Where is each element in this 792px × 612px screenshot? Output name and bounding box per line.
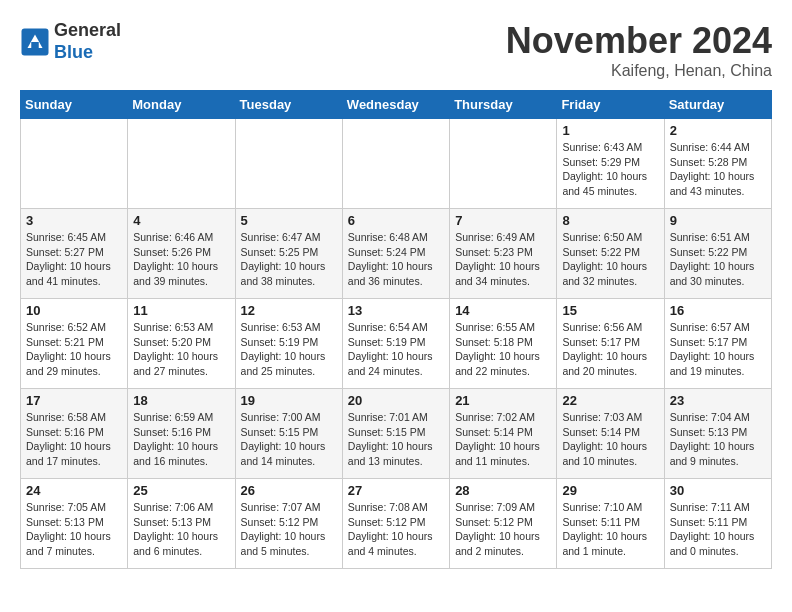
calendar-cell: 7Sunrise: 6:49 AM Sunset: 5:23 PM Daylig… [450, 209, 557, 299]
calendar-cell [235, 119, 342, 209]
calendar-cell [21, 119, 128, 209]
day-info: Sunrise: 6:46 AM Sunset: 5:26 PM Dayligh… [133, 230, 229, 289]
day-info: Sunrise: 6:50 AM Sunset: 5:22 PM Dayligh… [562, 230, 658, 289]
calendar-cell: 22Sunrise: 7:03 AM Sunset: 5:14 PM Dayli… [557, 389, 664, 479]
day-number: 15 [562, 303, 658, 318]
day-info: Sunrise: 6:53 AM Sunset: 5:19 PM Dayligh… [241, 320, 337, 379]
day-number: 21 [455, 393, 551, 408]
day-info: Sunrise: 6:43 AM Sunset: 5:29 PM Dayligh… [562, 140, 658, 199]
day-info: Sunrise: 7:02 AM Sunset: 5:14 PM Dayligh… [455, 410, 551, 469]
day-info: Sunrise: 6:55 AM Sunset: 5:18 PM Dayligh… [455, 320, 551, 379]
weekday-header-tuesday: Tuesday [235, 91, 342, 119]
day-number: 26 [241, 483, 337, 498]
weekday-header-saturday: Saturday [664, 91, 771, 119]
day-info: Sunrise: 6:54 AM Sunset: 5:19 PM Dayligh… [348, 320, 444, 379]
calendar-week-row: 17Sunrise: 6:58 AM Sunset: 5:16 PM Dayli… [21, 389, 772, 479]
calendar-cell: 13Sunrise: 6:54 AM Sunset: 5:19 PM Dayli… [342, 299, 449, 389]
calendar-cell: 28Sunrise: 7:09 AM Sunset: 5:12 PM Dayli… [450, 479, 557, 569]
calendar-cell: 2Sunrise: 6:44 AM Sunset: 5:28 PM Daylig… [664, 119, 771, 209]
weekday-header-friday: Friday [557, 91, 664, 119]
day-number: 19 [241, 393, 337, 408]
logo-icon [20, 27, 50, 57]
day-number: 20 [348, 393, 444, 408]
day-number: 6 [348, 213, 444, 228]
logo-text: General Blue [54, 20, 121, 63]
calendar-cell: 15Sunrise: 6:56 AM Sunset: 5:17 PM Dayli… [557, 299, 664, 389]
day-info: Sunrise: 6:52 AM Sunset: 5:21 PM Dayligh… [26, 320, 122, 379]
weekday-header-thursday: Thursday [450, 91, 557, 119]
day-number: 4 [133, 213, 229, 228]
day-info: Sunrise: 7:03 AM Sunset: 5:14 PM Dayligh… [562, 410, 658, 469]
day-number: 8 [562, 213, 658, 228]
calendar-cell: 18Sunrise: 6:59 AM Sunset: 5:16 PM Dayli… [128, 389, 235, 479]
logo: General Blue [20, 20, 121, 63]
day-number: 3 [26, 213, 122, 228]
day-info: Sunrise: 6:57 AM Sunset: 5:17 PM Dayligh… [670, 320, 766, 379]
calendar-cell: 21Sunrise: 7:02 AM Sunset: 5:14 PM Dayli… [450, 389, 557, 479]
day-info: Sunrise: 7:01 AM Sunset: 5:15 PM Dayligh… [348, 410, 444, 469]
day-number: 13 [348, 303, 444, 318]
weekday-header-row: SundayMondayTuesdayWednesdayThursdayFrid… [21, 91, 772, 119]
page-header: General Blue November 2024 Kaifeng, Hena… [20, 20, 772, 80]
day-info: Sunrise: 7:04 AM Sunset: 5:13 PM Dayligh… [670, 410, 766, 469]
day-number: 29 [562, 483, 658, 498]
day-info: Sunrise: 7:05 AM Sunset: 5:13 PM Dayligh… [26, 500, 122, 559]
day-number: 25 [133, 483, 229, 498]
weekday-header-sunday: Sunday [21, 91, 128, 119]
day-number: 16 [670, 303, 766, 318]
calendar-cell [342, 119, 449, 209]
calendar-cell: 5Sunrise: 6:47 AM Sunset: 5:25 PM Daylig… [235, 209, 342, 299]
day-info: Sunrise: 7:06 AM Sunset: 5:13 PM Dayligh… [133, 500, 229, 559]
calendar-cell: 14Sunrise: 6:55 AM Sunset: 5:18 PM Dayli… [450, 299, 557, 389]
day-info: Sunrise: 6:44 AM Sunset: 5:28 PM Dayligh… [670, 140, 766, 199]
calendar-cell: 25Sunrise: 7:06 AM Sunset: 5:13 PM Dayli… [128, 479, 235, 569]
calendar-cell: 27Sunrise: 7:08 AM Sunset: 5:12 PM Dayli… [342, 479, 449, 569]
title-block: November 2024 Kaifeng, Henan, China [506, 20, 772, 80]
day-info: Sunrise: 6:53 AM Sunset: 5:20 PM Dayligh… [133, 320, 229, 379]
calendar-cell: 12Sunrise: 6:53 AM Sunset: 5:19 PM Dayli… [235, 299, 342, 389]
calendar-cell: 11Sunrise: 6:53 AM Sunset: 5:20 PM Dayli… [128, 299, 235, 389]
day-number: 28 [455, 483, 551, 498]
day-info: Sunrise: 6:48 AM Sunset: 5:24 PM Dayligh… [348, 230, 444, 289]
calendar-cell: 17Sunrise: 6:58 AM Sunset: 5:16 PM Dayli… [21, 389, 128, 479]
calendar-week-row: 10Sunrise: 6:52 AM Sunset: 5:21 PM Dayli… [21, 299, 772, 389]
day-number: 14 [455, 303, 551, 318]
day-number: 2 [670, 123, 766, 138]
calendar-week-row: 24Sunrise: 7:05 AM Sunset: 5:13 PM Dayli… [21, 479, 772, 569]
calendar-cell [450, 119, 557, 209]
calendar-cell: 16Sunrise: 6:57 AM Sunset: 5:17 PM Dayli… [664, 299, 771, 389]
day-number: 11 [133, 303, 229, 318]
calendar-cell: 24Sunrise: 7:05 AM Sunset: 5:13 PM Dayli… [21, 479, 128, 569]
calendar-cell: 30Sunrise: 7:11 AM Sunset: 5:11 PM Dayli… [664, 479, 771, 569]
day-number: 7 [455, 213, 551, 228]
location: Kaifeng, Henan, China [506, 62, 772, 80]
calendar-cell: 10Sunrise: 6:52 AM Sunset: 5:21 PM Dayli… [21, 299, 128, 389]
calendar-cell: 4Sunrise: 6:46 AM Sunset: 5:26 PM Daylig… [128, 209, 235, 299]
day-info: Sunrise: 6:47 AM Sunset: 5:25 PM Dayligh… [241, 230, 337, 289]
day-number: 1 [562, 123, 658, 138]
day-number: 22 [562, 393, 658, 408]
calendar-cell: 19Sunrise: 7:00 AM Sunset: 5:15 PM Dayli… [235, 389, 342, 479]
calendar-cell: 1Sunrise: 6:43 AM Sunset: 5:29 PM Daylig… [557, 119, 664, 209]
day-number: 23 [670, 393, 766, 408]
day-info: Sunrise: 6:51 AM Sunset: 5:22 PM Dayligh… [670, 230, 766, 289]
day-info: Sunrise: 7:11 AM Sunset: 5:11 PM Dayligh… [670, 500, 766, 559]
day-info: Sunrise: 6:58 AM Sunset: 5:16 PM Dayligh… [26, 410, 122, 469]
day-info: Sunrise: 7:08 AM Sunset: 5:12 PM Dayligh… [348, 500, 444, 559]
calendar-cell: 20Sunrise: 7:01 AM Sunset: 5:15 PM Dayli… [342, 389, 449, 479]
weekday-header-monday: Monday [128, 91, 235, 119]
day-number: 10 [26, 303, 122, 318]
calendar-cell: 26Sunrise: 7:07 AM Sunset: 5:12 PM Dayli… [235, 479, 342, 569]
day-number: 9 [670, 213, 766, 228]
calendar-cell [128, 119, 235, 209]
day-info: Sunrise: 6:45 AM Sunset: 5:27 PM Dayligh… [26, 230, 122, 289]
calendar-cell: 23Sunrise: 7:04 AM Sunset: 5:13 PM Dayli… [664, 389, 771, 479]
day-info: Sunrise: 7:07 AM Sunset: 5:12 PM Dayligh… [241, 500, 337, 559]
day-number: 18 [133, 393, 229, 408]
day-info: Sunrise: 6:59 AM Sunset: 5:16 PM Dayligh… [133, 410, 229, 469]
month-title: November 2024 [506, 20, 772, 62]
calendar-cell: 6Sunrise: 6:48 AM Sunset: 5:24 PM Daylig… [342, 209, 449, 299]
calendar-cell: 9Sunrise: 6:51 AM Sunset: 5:22 PM Daylig… [664, 209, 771, 299]
day-info: Sunrise: 7:09 AM Sunset: 5:12 PM Dayligh… [455, 500, 551, 559]
day-number: 5 [241, 213, 337, 228]
